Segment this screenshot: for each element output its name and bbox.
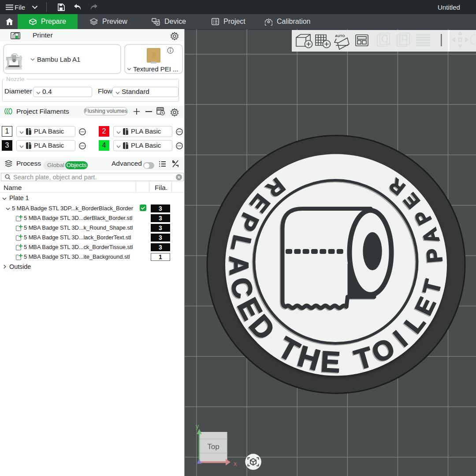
svg-text:E: E [320, 345, 341, 378]
svg-text:AUTO: AUTO [335, 34, 345, 38]
svg-text:y: y [196, 423, 199, 430]
svg-text:P: P [422, 248, 446, 264]
svg-text:Top: Top [207, 443, 219, 451]
svg-text:A: A [224, 256, 254, 275]
svg-text:x: x [234, 460, 237, 467]
